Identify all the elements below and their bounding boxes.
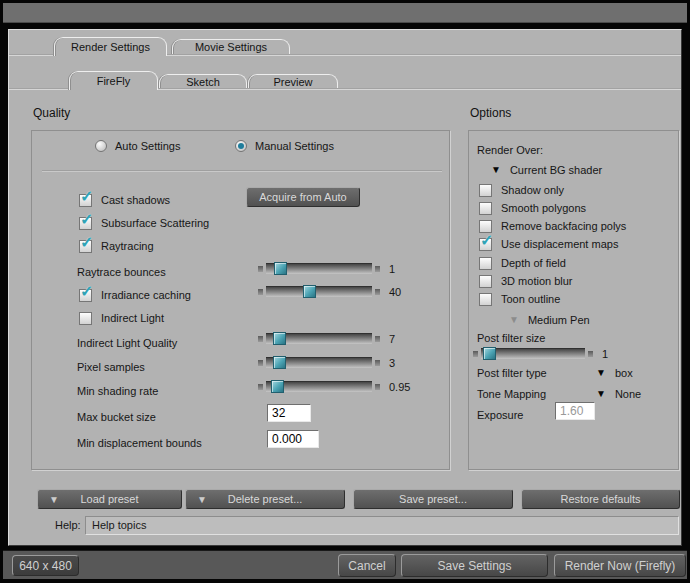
slider-track[interactable] <box>266 333 372 344</box>
shadow-only-row: ✓ Shadow only <box>479 182 564 198</box>
post-filter-type-dropdown[interactable]: ▼ box <box>596 365 633 381</box>
slider-thumb[interactable] <box>274 262 287 275</box>
tab-label: Preview <box>273 76 312 88</box>
use-displacement-checkbox[interactable]: ✓ <box>479 238 492 251</box>
slider-end-marker <box>375 360 380 366</box>
slider-track[interactable] <box>266 286 372 297</box>
motion-blur-row: ✓ 3D motion blur <box>479 273 573 289</box>
tab-firefly[interactable]: FireFly <box>69 71 158 90</box>
exposure-label: Exposure <box>477 407 523 423</box>
slider-value: 1 <box>389 263 395 275</box>
slider-thumb[interactable] <box>483 347 496 360</box>
cancel-button[interactable]: Cancel <box>338 554 396 577</box>
smooth-polygons-checkbox[interactable]: ✓ <box>479 202 492 215</box>
post-filter-size-slider[interactable]: 1 <box>473 346 608 361</box>
pixel-samples-label: Pixel samples <box>77 359 145 375</box>
acquire-from-auto-button[interactable]: Acquire from Auto <box>246 187 360 207</box>
irradiance-caching-slider[interactable]: 40 <box>258 284 401 299</box>
checkbox-label: Remove backfacing polys <box>501 220 626 232</box>
slider-end-marker <box>375 384 380 390</box>
radio-icon[interactable] <box>95 140 107 152</box>
min-displacement-bounds-label: Min displacement bounds <box>77 435 202 451</box>
manual-settings-radio[interactable]: Manual Settings <box>235 140 334 152</box>
min-displacement-bounds-input[interactable] <box>267 430 319 448</box>
dropdown-triangle-icon: ▼ <box>509 315 519 325</box>
slider-end-marker <box>258 384 263 390</box>
checkbox-label: Subsurface Scattering <box>101 217 209 229</box>
depth-of-field-checkbox[interactable]: ✓ <box>479 257 492 270</box>
subsurface-checkbox[interactable]: ✓ <box>79 217 92 230</box>
button-label: Render Now (Firefly) <box>565 559 676 573</box>
slider-value: 7 <box>389 333 395 345</box>
shadow-only-checkbox[interactable]: ✓ <box>479 184 492 197</box>
slider-track[interactable] <box>481 348 585 359</box>
cast-shadows-checkbox[interactable]: ✓ <box>79 194 92 207</box>
max-bucket-size-label: Max bucket size <box>77 409 156 425</box>
tab-preview[interactable]: Preview <box>248 74 338 88</box>
cast-shadows-row: ✓ Cast shadows <box>79 192 170 208</box>
motion-blur-checkbox[interactable]: ✓ <box>479 275 492 288</box>
indirect-light-checkbox[interactable]: ✓ <box>79 312 92 325</box>
exposure-input[interactable] <box>555 402 595 420</box>
render-now-button[interactable]: Render Now (Firefly) <box>554 554 686 577</box>
tab-movie-settings[interactable]: Movie Settings <box>172 39 290 54</box>
dropdown-value: Medium Pen <box>528 314 590 326</box>
check-icon: ✓ <box>480 231 493 250</box>
indirect-light-quality-slider[interactable]: 7 <box>258 331 395 346</box>
tab-render-settings[interactable]: Render Settings <box>54 37 167 56</box>
render-size-button[interactable]: 640 x 480 <box>12 555 79 576</box>
radio-icon[interactable] <box>235 140 247 152</box>
slider-end-marker <box>375 336 380 342</box>
post-filter-type-label: Post filter type <box>477 365 547 381</box>
irradiance-caching-checkbox[interactable]: ✓ <box>79 289 92 302</box>
dropdown-value: None <box>615 388 641 400</box>
post-filter-size-label: Post filter size <box>477 330 545 346</box>
pixel-samples-slider[interactable]: 3 <box>258 355 395 370</box>
dropdown-triangle-icon: ▼ <box>491 165 501 175</box>
check-icon: ✓ <box>80 233 93 252</box>
checkbox-label: Shadow only <box>501 184 564 196</box>
slider-track[interactable] <box>266 381 372 392</box>
raytrace-bounces-slider[interactable]: 1 <box>258 261 395 276</box>
button-label: Acquire from Auto <box>259 191 346 203</box>
slider-track[interactable] <box>266 263 372 274</box>
button-label: Save preset... <box>399 493 467 505</box>
render-over-dropdown[interactable]: ▼ Current BG shader <box>491 162 602 178</box>
dropdown-triangle-icon: ▼ <box>596 368 606 378</box>
slider-thumb[interactable] <box>273 356 286 369</box>
toon-outline-row: ✓ Toon outline <box>479 291 560 307</box>
toon-pen-dropdown[interactable]: ▼ Medium Pen <box>509 312 590 328</box>
save-preset-button[interactable]: Save preset... <box>353 489 513 509</box>
delete-preset-button[interactable]: ▼ Delete preset... <box>185 489 345 509</box>
tone-mapping-dropdown[interactable]: ▼ None <box>596 386 641 402</box>
button-label: Cancel <box>348 559 385 573</box>
restore-defaults-button[interactable]: Restore defaults <box>521 489 680 509</box>
tab-sketch[interactable]: Sketch <box>159 74 247 88</box>
slider-end-marker <box>588 351 593 357</box>
slider-thumb[interactable] <box>273 332 286 345</box>
save-settings-button[interactable]: Save Settings <box>401 554 548 577</box>
render-settings-dialog: Render Settings Movie Settings FireFly S… <box>8 29 682 546</box>
toon-outline-checkbox[interactable]: ✓ <box>479 293 492 306</box>
tab-label: Movie Settings <box>195 41 267 53</box>
raytrace-bounces-label: Raytrace bounces <box>77 264 166 280</box>
min-shading-rate-slider[interactable]: 0.95 <box>258 379 410 394</box>
slider-value: 40 <box>389 286 401 298</box>
load-preset-button[interactable]: ▼ Load preset <box>37 489 182 509</box>
raytracing-checkbox[interactable]: ✓ <box>79 240 92 253</box>
slider-thumb[interactable] <box>271 380 284 393</box>
slider-track[interactable] <box>266 357 372 368</box>
slider-end-marker <box>375 289 380 295</box>
quality-section-title: Quality <box>33 106 70 120</box>
irradiance-caching-row: ✓ Irradiance caching <box>79 287 191 303</box>
max-bucket-size-input[interactable] <box>267 404 311 422</box>
auto-settings-radio[interactable]: Auto Settings <box>95 140 180 152</box>
slider-end-marker <box>258 289 263 295</box>
indirect-light-row: ✓ Indirect Light <box>79 310 164 326</box>
dropdown-value: Current BG shader <box>510 164 602 176</box>
slider-thumb[interactable] <box>303 285 316 298</box>
indirect-light-quality-label: Indirect Light Quality <box>77 335 177 351</box>
use-displacement-row: ✓ Use displacement maps <box>479 236 618 252</box>
window-title-bar <box>3 3 687 23</box>
checkbox-label: Irradiance caching <box>101 289 191 301</box>
